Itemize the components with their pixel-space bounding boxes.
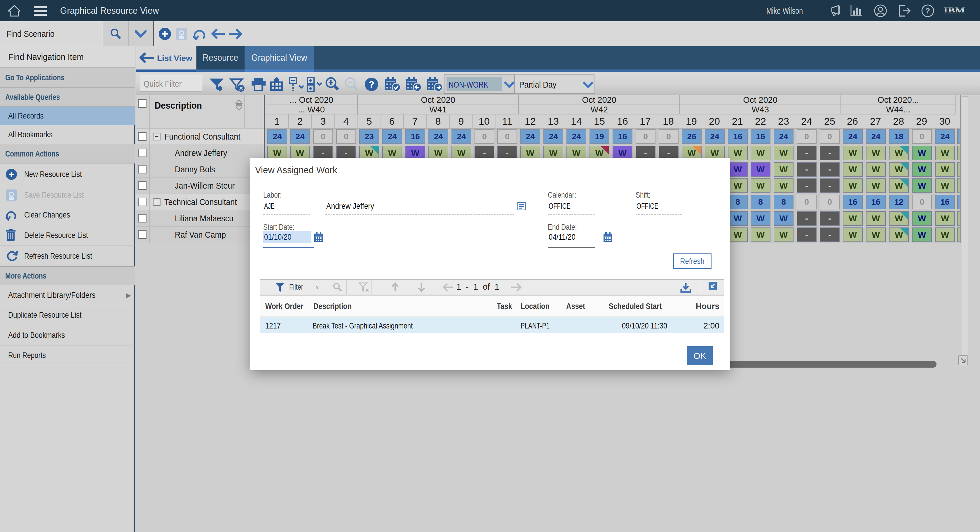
svg-text:?: ?	[369, 79, 374, 90]
svg-text:?: ?	[926, 6, 930, 15]
svg-text:IBM: IBM	[943, 6, 965, 15]
